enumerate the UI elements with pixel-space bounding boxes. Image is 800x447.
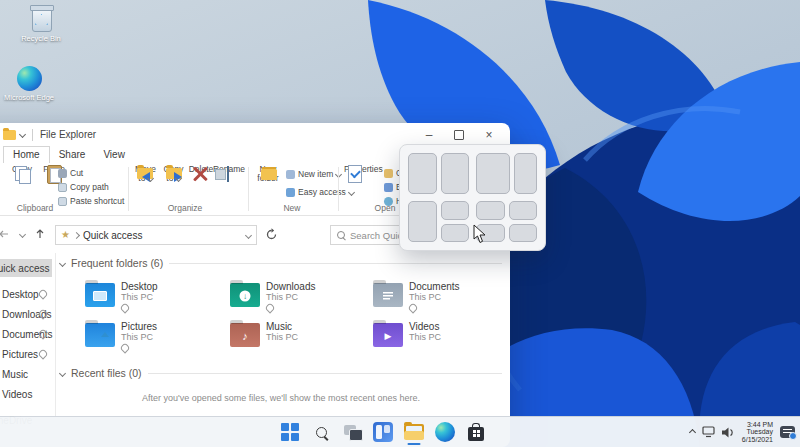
snap-layout-option-two-columns[interactable] xyxy=(408,153,469,194)
tab-share[interactable]: Share xyxy=(50,147,95,163)
sidebar-item-music[interactable]: Music xyxy=(0,365,52,383)
documents-folder-icon xyxy=(373,283,403,307)
system-tray: 3:44 PM Tuesday 6/15/2021 xyxy=(690,417,795,447)
downloads-folder-icon: ↓ xyxy=(230,283,260,307)
pin-icon xyxy=(264,302,275,313)
address-bar[interactable]: ★ Quick access xyxy=(55,225,257,245)
snap-cell[interactable] xyxy=(476,153,510,194)
cut-button[interactable]: Cut xyxy=(58,167,83,179)
snap-layout-option-wide-left[interactable] xyxy=(476,153,537,194)
folder-tile-desktop[interactable]: Desktop This PC xyxy=(85,281,158,314)
rename-button[interactable]: Rename xyxy=(212,165,246,174)
volume-icon[interactable] xyxy=(722,427,735,438)
ribbon-tabs: Home Share View xyxy=(3,146,134,163)
qat-separator xyxy=(32,129,33,141)
sidebar-item-downloads[interactable]: Downloads xyxy=(0,305,52,323)
copy-path-icon xyxy=(58,183,67,192)
start-button[interactable] xyxy=(279,421,301,443)
maximize-button[interactable] xyxy=(444,123,474,146)
properties-button[interactable]: Properties xyxy=(344,165,380,174)
recycle-bin-icon xyxy=(29,5,53,32)
snap-cell[interactable] xyxy=(408,153,437,194)
sidebar-item-documents[interactable]: Documents xyxy=(0,325,52,343)
pin-icon xyxy=(119,342,130,353)
widgets-icon xyxy=(373,422,393,442)
pin-to-quick-access-button[interactable]: Pin to Quick access xyxy=(0,165,2,191)
refresh-button[interactable] xyxy=(265,228,278,241)
chevron-down-icon xyxy=(348,188,355,195)
chevron-down-icon[interactable] xyxy=(19,131,26,138)
back-button[interactable] xyxy=(0,228,10,240)
taskbar-search-button[interactable] xyxy=(310,421,332,443)
taskbar-clock[interactable]: 3:44 PM Tuesday 6/15/2021 xyxy=(742,421,773,444)
minimize-button[interactable]: – xyxy=(414,123,444,146)
tab-view[interactable]: View xyxy=(94,147,134,163)
easy-access-button[interactable]: Easy access xyxy=(286,186,354,198)
snap-cell[interactable] xyxy=(509,201,538,220)
snap-layout-option-left-right-stack[interactable] xyxy=(408,201,469,242)
folder-tile-documents[interactable]: Documents This PC xyxy=(373,281,460,314)
recent-files-empty-message: After you've opened some files, we'll sh… xyxy=(60,393,502,403)
address-dropdown-chevron[interactable] xyxy=(245,231,252,238)
tab-home[interactable]: Home xyxy=(3,146,50,163)
pin-icon xyxy=(37,288,48,299)
frequent-folders-header[interactable]: Frequent folders (6) xyxy=(60,257,502,269)
mouse-cursor xyxy=(473,224,487,244)
recent-files-header[interactable]: Recent files (0) xyxy=(60,367,502,379)
music-folder-icon: ♪ xyxy=(230,323,260,347)
recent-locations-chevron[interactable] xyxy=(19,231,26,238)
taskbar: 3:44 PM Tuesday 6/15/2021 xyxy=(0,416,800,447)
sidebar-item-pictures[interactable]: Pictures xyxy=(0,345,52,363)
window-controls: – × xyxy=(414,123,504,146)
copy-to-button[interactable]: Copy to xyxy=(160,165,187,182)
taskbar-file-explorer-button[interactable] xyxy=(403,421,425,443)
taskbar-store-button[interactable] xyxy=(465,421,487,443)
folder-tile-music[interactable]: ♪ Music This PC xyxy=(230,321,298,347)
edit-icon xyxy=(384,183,393,192)
folder-icon[interactable] xyxy=(3,130,16,140)
microsoft-store-icon xyxy=(468,423,484,442)
desktop-icon-edge[interactable]: Microsoft Edge xyxy=(0,66,60,103)
network-icon[interactable] xyxy=(702,426,715,438)
hidden-icons-chevron[interactable] xyxy=(689,428,696,435)
move-to-button[interactable]: Move to xyxy=(132,165,159,182)
task-view-button[interactable] xyxy=(341,421,363,443)
taskbar-edge-button[interactable] xyxy=(434,421,456,443)
snap-cell[interactable] xyxy=(514,153,537,194)
new-item-icon xyxy=(286,170,295,179)
copy-path-button[interactable]: Copy path xyxy=(58,181,109,193)
sidebar-item-quick-access[interactable]: Quick access xyxy=(0,259,52,277)
widgets-button[interactable] xyxy=(372,421,394,443)
window-title: File Explorer xyxy=(40,129,96,140)
snap-cell[interactable] xyxy=(509,224,538,243)
new-item-button[interactable]: New item xyxy=(286,168,341,180)
copy-button[interactable]: Copy xyxy=(6,165,38,174)
videos-folder-icon: ▶ xyxy=(373,323,403,347)
desktop: Recycle Bin Microsoft Edge File Explorer… xyxy=(0,0,800,447)
snap-cell[interactable] xyxy=(441,224,470,243)
up-button[interactable] xyxy=(34,228,46,240)
close-button[interactable]: × xyxy=(474,123,504,146)
task-view-icon xyxy=(344,425,361,439)
sidebar-item-videos[interactable]: Videos xyxy=(0,385,52,403)
notification-center-icon[interactable] xyxy=(780,426,795,438)
desktop-icon-recycle-bin[interactable]: Recycle Bin xyxy=(10,5,72,44)
desktop-icon-label: Recycle Bin xyxy=(10,35,72,44)
folder-tile-downloads[interactable]: ↓ Downloads This PC xyxy=(230,281,315,314)
folder-tile-videos[interactable]: ▶ Videos This PC xyxy=(373,321,441,347)
snap-cell[interactable] xyxy=(476,201,505,220)
desktop-folder-icon xyxy=(85,283,115,307)
maximize-icon xyxy=(454,130,464,140)
snap-cell[interactable] xyxy=(441,153,470,194)
sidebar-item-desktop[interactable]: Desktop xyxy=(0,285,52,303)
section-divider xyxy=(148,373,502,374)
quick-access-star-icon: ★ xyxy=(61,230,70,240)
delete-button[interactable]: Delete xyxy=(188,165,214,174)
chevron-right-icon xyxy=(73,231,80,238)
snap-cell[interactable] xyxy=(408,201,437,242)
new-folder-button[interactable]: New folder xyxy=(253,165,283,182)
snap-cell[interactable] xyxy=(441,201,470,220)
windows-logo-icon xyxy=(281,423,299,441)
organize-group-label: Organize xyxy=(140,203,230,213)
folder-tile-pictures[interactable]: Pictures This PC xyxy=(85,321,157,354)
